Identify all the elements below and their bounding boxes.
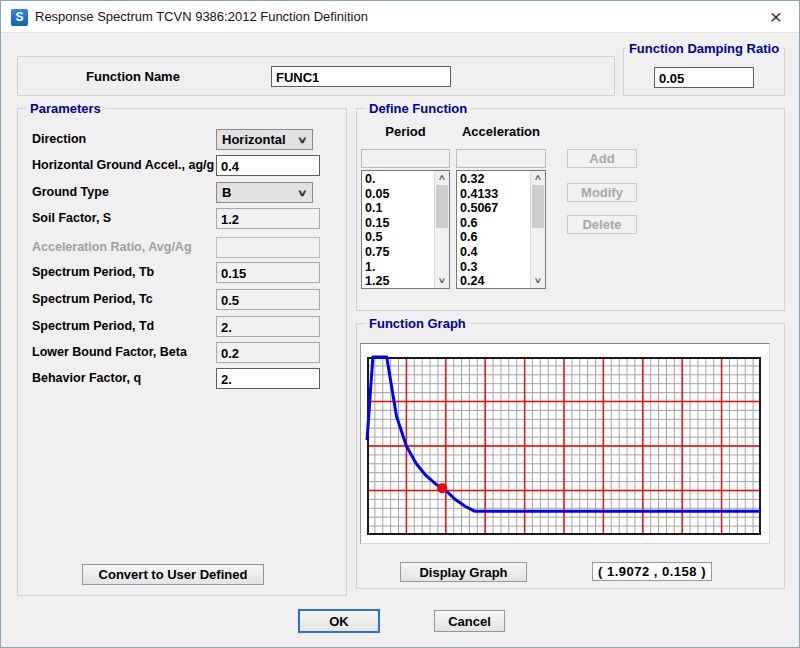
accel-ratio-field [216, 237, 320, 258]
list-item[interactable]: 0.15 [365, 216, 434, 231]
cursor-marker [437, 483, 447, 493]
list-item[interactable]: 0.3 [460, 260, 530, 275]
function-name-input[interactable] [271, 66, 451, 87]
ground-type-value: B [222, 185, 231, 200]
direction-label: Direction [32, 129, 86, 149]
titlebar: S Response Spectrum TCVN 9386:2012 Funct… [1, 1, 799, 33]
convert-to-user-defined-button[interactable]: Convert to User Defined [82, 564, 264, 585]
spectrum-tc-label: Spectrum Period, Tc [32, 289, 153, 309]
spectrum-tc-field [216, 289, 320, 310]
parameters-group-label: Parameters [26, 101, 105, 116]
chevron-down-icon: ∨ [297, 188, 308, 198]
acceleration-entry-field [456, 149, 546, 168]
function-graph-plot[interactable] [367, 357, 761, 535]
close-button[interactable]: × [753, 1, 799, 33]
direction-value: Horizontal [222, 132, 286, 147]
list-item[interactable]: 0. [365, 172, 434, 187]
beta-field [216, 342, 320, 363]
period-listbox[interactable]: 0.0.050.10.150.50.751.1.25 ∧ ∨ [361, 170, 450, 289]
scroll-up-icon[interactable]: ∧ [432, 171, 451, 185]
list-item[interactable]: 0.75 [365, 245, 434, 260]
accel-ratio-label: Acceleration Ratio, Avg/Ag [32, 237, 192, 257]
parameters-group: Parameters Direction Horizontal ∨ Horizo… [17, 108, 347, 596]
chevron-down-icon: ∨ [297, 135, 308, 145]
damping-group: Function Damping Ratio [623, 48, 785, 96]
beta-label: Lower Bound Factor, Beta [32, 342, 187, 362]
scroll-down-icon[interactable]: ∨ [528, 274, 547, 288]
ground-accel-label: Horizontal Ground Accel., ag/g [32, 155, 214, 175]
scrollbar-thumb[interactable] [532, 185, 544, 228]
close-icon: × [770, 5, 782, 28]
list-item[interactable]: 0.24 [460, 274, 530, 288]
list-item[interactable]: 0.6 [460, 216, 530, 231]
list-item[interactable]: 0.1 [365, 201, 434, 216]
add-button: Add [567, 149, 637, 168]
period-entry-field [361, 149, 450, 168]
acceleration-list-items: 0.320.41330.50670.60.60.40.30.24 [457, 171, 530, 288]
behavior-factor-label: Behavior Factor, q [32, 368, 141, 388]
direction-combo[interactable]: Horizontal ∨ [216, 129, 313, 150]
soil-factor-field [216, 208, 320, 229]
list-item[interactable]: 0.4133 [460, 187, 530, 202]
function-name-group: Function Name [17, 56, 615, 96]
acceleration-header: Acceleration [456, 124, 546, 139]
spectrum-td-field [216, 316, 320, 337]
display-graph-button[interactable]: Display Graph [400, 562, 527, 582]
scrollbar-track[interactable] [435, 185, 449, 274]
ok-button[interactable]: OK [298, 609, 380, 633]
sap2000-app-icon: S [11, 9, 28, 26]
list-item[interactable]: 0.32 [460, 172, 530, 187]
graph-panel [360, 343, 770, 544]
acceleration-scrollbar[interactable]: ∧ ∨ [530, 171, 545, 288]
spectrum-tb-field [216, 262, 320, 283]
list-item[interactable]: 0.05 [365, 187, 434, 202]
scroll-down-icon[interactable]: ∨ [432, 274, 451, 288]
ground-type-combo[interactable]: B ∨ [216, 182, 313, 203]
behavior-factor-input[interactable] [216, 368, 320, 389]
damping-group-label: Function Damping Ratio [625, 41, 783, 56]
scrollbar-track[interactable] [531, 185, 545, 274]
scroll-up-icon[interactable]: ∧ [528, 171, 547, 185]
function-graph-group-label: Function Graph [365, 316, 470, 331]
ground-accel-input[interactable] [216, 155, 320, 176]
acceleration-listbox[interactable]: 0.320.41330.50670.60.60.40.30.24 ∧ ∨ [456, 170, 546, 289]
window-title: Response Spectrum TCVN 9386:2012 Functio… [35, 1, 368, 33]
ground-type-label: Ground Type [32, 182, 109, 202]
delete-button: Delete [567, 215, 637, 234]
list-item[interactable]: 0.5 [365, 230, 434, 245]
scrollbar-thumb[interactable] [436, 185, 448, 228]
list-item[interactable]: 0.5067 [460, 201, 530, 216]
period-list-items: 0.0.050.10.150.50.751.1.25 [362, 171, 434, 288]
list-item[interactable]: 0.4 [460, 245, 530, 260]
function-name-label: Function Name [86, 67, 180, 87]
cancel-button[interactable]: Cancel [434, 610, 505, 632]
damping-ratio-input[interactable] [654, 67, 754, 88]
function-graph-group: Function Graph Display Graph ( 1.9072 , … [356, 323, 785, 589]
spectrum-tb-label: Spectrum Period, Tb [32, 262, 154, 282]
cursor-readout: ( 1.9072 , 0.158 ) [592, 562, 712, 581]
define-function-group: Define Function Period Acceleration 0.0.… [356, 108, 785, 311]
spectrum-td-label: Spectrum Period, Td [32, 316, 154, 336]
list-item[interactable]: 1.25 [365, 274, 434, 288]
soil-factor-label: Soil Factor, S [32, 208, 111, 228]
define-function-group-label: Define Function [365, 101, 471, 116]
period-header: Period [361, 124, 450, 139]
dialog-window: S Response Spectrum TCVN 9386:2012 Funct… [0, 0, 800, 648]
list-item[interactable]: 1. [365, 260, 434, 275]
list-item[interactable]: 0.6 [460, 230, 530, 245]
period-scrollbar[interactable]: ∧ ∨ [434, 171, 449, 288]
modify-button: Modify [567, 183, 637, 202]
